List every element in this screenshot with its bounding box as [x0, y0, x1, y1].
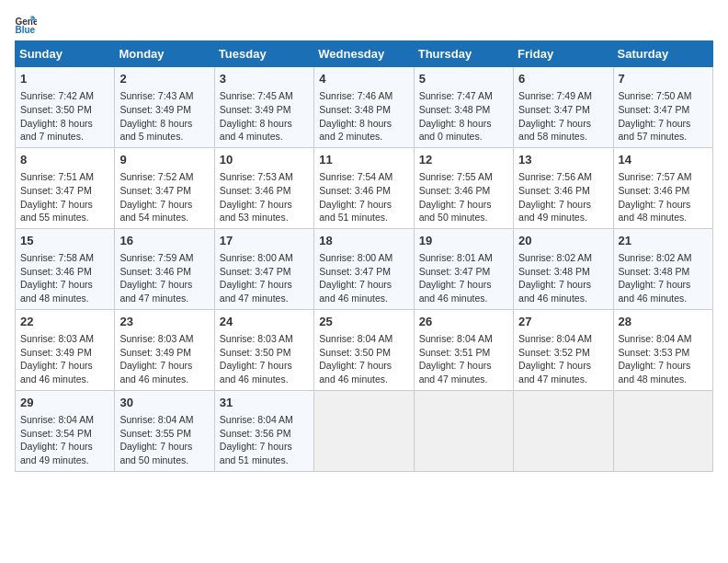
cell-content: 26 Sunrise: 8:04 AM Sunset: 3:51 PM Dayl… — [419, 314, 508, 386]
day-number: 19 — [419, 233, 508, 249]
daylight-text: Daylight: 8 hours and 2 minutes. — [319, 118, 392, 143]
sunset-text: Sunset: 3:46 PM — [518, 185, 590, 196]
sunset-text: Sunset: 3:49 PM — [119, 347, 191, 358]
logo-icon: General Blue — [15, 15, 37, 33]
calendar-cell: 29 Sunrise: 8:04 AM Sunset: 3:54 PM Dayl… — [16, 390, 115, 471]
cell-content: 22 Sunrise: 8:03 AM Sunset: 3:49 PM Dayl… — [20, 314, 109, 386]
calendar-cell: 19 Sunrise: 8:01 AM Sunset: 3:47 PM Dayl… — [414, 228, 513, 309]
sunrise-text: Sunrise: 8:04 AM — [220, 414, 293, 425]
calendar-cell — [514, 390, 613, 471]
sunset-text: Sunset: 3:47 PM — [419, 266, 491, 277]
daylight-text: Daylight: 7 hours and 47 minutes. — [518, 360, 591, 385]
calendar-cell: 31 Sunrise: 8:04 AM Sunset: 3:56 PM Dayl… — [214, 390, 313, 471]
calendar-week-3: 15 Sunrise: 7:58 AM Sunset: 3:46 PM Dayl… — [16, 228, 713, 309]
sunrise-text: Sunrise: 7:42 AM — [20, 90, 94, 101]
calendar-cell: 21 Sunrise: 8:02 AM Sunset: 3:48 PM Dayl… — [613, 228, 712, 309]
sunrise-text: Sunrise: 8:03 AM — [20, 333, 94, 344]
daylight-text: Daylight: 7 hours and 58 minutes. — [518, 118, 591, 143]
day-number: 11 — [319, 152, 408, 168]
calendar-week-4: 22 Sunrise: 8:03 AM Sunset: 3:49 PM Dayl… — [16, 309, 713, 390]
sunrise-text: Sunrise: 8:04 AM — [419, 333, 493, 344]
sunset-text: Sunset: 3:46 PM — [220, 185, 291, 196]
calendar-table: SundayMondayTuesdayWednesdayThursdayFrid… — [15, 40, 713, 472]
calendar-cell — [414, 390, 513, 471]
cell-content: 21 Sunrise: 8:02 AM Sunset: 3:48 PM Dayl… — [619, 233, 708, 305]
sunrise-text: Sunrise: 7:46 AM — [319, 90, 392, 101]
cell-content: 2 Sunrise: 7:43 AM Sunset: 3:49 PM Dayli… — [119, 71, 209, 144]
sunrise-text: Sunrise: 8:02 AM — [619, 252, 692, 263]
sunrise-text: Sunrise: 8:04 AM — [319, 333, 392, 344]
day-number: 24 — [220, 314, 309, 330]
sunset-text: Sunset: 3:49 PM — [220, 104, 291, 115]
sunset-text: Sunset: 3:53 PM — [619, 347, 690, 358]
daylight-text: Daylight: 7 hours and 46 minutes. — [419, 279, 492, 304]
sunrise-text: Sunrise: 7:49 AM — [518, 90, 592, 101]
calendar-cell: 6 Sunrise: 7:49 AM Sunset: 3:47 PM Dayli… — [514, 67, 613, 148]
day-number: 5 — [419, 71, 508, 87]
day-number: 20 — [518, 233, 608, 249]
cell-content: 15 Sunrise: 7:58 AM Sunset: 3:46 PM Dayl… — [20, 233, 109, 305]
header-cell-saturday: Saturday — [613, 41, 712, 67]
daylight-text: Daylight: 7 hours and 53 minutes. — [220, 199, 292, 224]
cell-content: 18 Sunrise: 8:00 AM Sunset: 3:47 PM Dayl… — [319, 233, 408, 305]
sunset-text: Sunset: 3:55 PM — [119, 428, 191, 439]
sunrise-text: Sunrise: 7:43 AM — [119, 90, 193, 101]
sunset-text: Sunset: 3:46 PM — [619, 185, 690, 196]
day-number: 17 — [220, 233, 309, 249]
calendar-cell: 17 Sunrise: 8:00 AM Sunset: 3:47 PM Dayl… — [214, 228, 313, 309]
sunset-text: Sunset: 3:56 PM — [220, 428, 291, 439]
calendar-cell: 4 Sunrise: 7:46 AM Sunset: 3:48 PM Dayli… — [314, 67, 414, 148]
day-number: 3 — [220, 71, 309, 87]
daylight-text: Daylight: 8 hours and 4 minutes. — [220, 118, 292, 143]
day-number: 18 — [319, 233, 408, 249]
cell-content: 3 Sunrise: 7:45 AM Sunset: 3:49 PM Dayli… — [220, 71, 309, 144]
daylight-text: Daylight: 7 hours and 49 minutes. — [20, 441, 93, 465]
sunrise-text: Sunrise: 7:58 AM — [20, 252, 94, 263]
day-number: 21 — [619, 233, 708, 249]
calendar-week-2: 8 Sunrise: 7:51 AM Sunset: 3:47 PM Dayli… — [16, 147, 713, 228]
day-number: 31 — [220, 395, 309, 411]
calendar-cell: 16 Sunrise: 7:59 AM Sunset: 3:46 PM Dayl… — [115, 228, 214, 309]
daylight-text: Daylight: 7 hours and 50 minutes. — [119, 441, 192, 465]
sunrise-text: Sunrise: 8:01 AM — [419, 252, 493, 263]
day-number: 16 — [119, 233, 209, 249]
sunrise-text: Sunrise: 7:57 AM — [619, 171, 692, 182]
cell-content: 19 Sunrise: 8:01 AM Sunset: 3:47 PM Dayl… — [419, 233, 508, 305]
svg-text:Blue: Blue — [15, 25, 35, 33]
sunrise-text: Sunrise: 8:04 AM — [619, 333, 692, 344]
daylight-text: Daylight: 7 hours and 48 minutes. — [619, 360, 691, 385]
calendar-cell: 13 Sunrise: 7:56 AM Sunset: 3:46 PM Dayl… — [514, 147, 613, 228]
day-number: 14 — [619, 152, 708, 168]
cell-content: 25 Sunrise: 8:04 AM Sunset: 3:50 PM Dayl… — [319, 314, 408, 386]
daylight-text: Daylight: 8 hours and 0 minutes. — [419, 118, 492, 143]
sunset-text: Sunset: 3:48 PM — [619, 266, 690, 277]
cell-content: 31 Sunrise: 8:04 AM Sunset: 3:56 PM Dayl… — [220, 395, 309, 467]
sunset-text: Sunset: 3:49 PM — [20, 347, 92, 358]
sunset-text: Sunset: 3:50 PM — [319, 347, 391, 358]
sunrise-text: Sunrise: 7:45 AM — [220, 90, 293, 101]
daylight-text: Daylight: 7 hours and 46 minutes. — [220, 360, 292, 385]
calendar-cell: 24 Sunrise: 8:03 AM Sunset: 3:50 PM Dayl… — [214, 309, 313, 390]
day-number: 22 — [20, 314, 109, 330]
logo: General Blue — [15, 15, 40, 33]
sunrise-text: Sunrise: 7:52 AM — [119, 171, 193, 182]
calendar-cell: 1 Sunrise: 7:42 AM Sunset: 3:50 PM Dayli… — [16, 67, 115, 148]
calendar-header-row: SundayMondayTuesdayWednesdayThursdayFrid… — [16, 41, 713, 67]
sunset-text: Sunset: 3:46 PM — [20, 266, 92, 277]
day-number: 4 — [319, 71, 408, 87]
cell-content: 11 Sunrise: 7:54 AM Sunset: 3:46 PM Dayl… — [319, 152, 408, 224]
daylight-text: Daylight: 7 hours and 55 minutes. — [20, 199, 93, 224]
sunset-text: Sunset: 3:47 PM — [119, 185, 191, 196]
sunset-text: Sunset: 3:46 PM — [119, 266, 191, 277]
calendar-cell: 30 Sunrise: 8:04 AM Sunset: 3:55 PM Dayl… — [115, 390, 214, 471]
daylight-text: Daylight: 7 hours and 48 minutes. — [20, 279, 93, 304]
sunrise-text: Sunrise: 8:03 AM — [220, 333, 293, 344]
sunrise-text: Sunrise: 8:02 AM — [518, 252, 592, 263]
sunset-text: Sunset: 3:46 PM — [319, 185, 391, 196]
calendar-cell: 23 Sunrise: 8:03 AM Sunset: 3:49 PM Dayl… — [115, 309, 214, 390]
sunrise-text: Sunrise: 7:47 AM — [419, 90, 493, 101]
calendar-cell: 2 Sunrise: 7:43 AM Sunset: 3:49 PM Dayli… — [115, 67, 214, 148]
calendar-cell: 3 Sunrise: 7:45 AM Sunset: 3:49 PM Dayli… — [214, 67, 313, 148]
cell-content: 5 Sunrise: 7:47 AM Sunset: 3:48 PM Dayli… — [419, 71, 508, 144]
sunrise-text: Sunrise: 8:03 AM — [119, 333, 193, 344]
